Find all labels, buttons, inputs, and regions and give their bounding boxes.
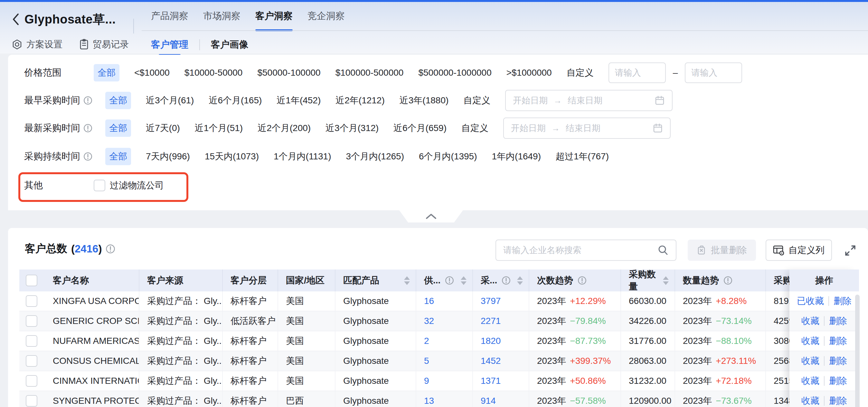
filter-custom-option[interactable]: 自定义 <box>567 67 594 79</box>
suppliers-link[interactable]: 16 <box>424 296 434 306</box>
favorite-button[interactable]: 收藏 <box>801 335 819 347</box>
date-range-picker[interactable]: 开始日期→结束日期 <box>503 118 671 139</box>
purchases-link[interactable]: 1371 <box>481 376 501 386</box>
favorite-button[interactable]: 收藏 <box>801 315 819 327</box>
favorite-button[interactable]: 收藏 <box>801 375 819 387</box>
min-price-input[interactable]: 请输入 <box>609 62 666 83</box>
filter-option[interactable]: 近7天(0) <box>146 122 180 134</box>
filter-option[interactable]: 近6个月(165) <box>209 94 262 106</box>
column-header-suppliers[interactable]: 供... <box>416 270 473 291</box>
suppliers-link[interactable]: 9 <box>424 376 429 386</box>
filter-option[interactable]: 全部 <box>94 64 119 82</box>
favorite-button[interactable]: 收藏 <box>801 355 819 367</box>
sort-carets-icon[interactable] <box>663 276 669 285</box>
row-checkbox[interactable] <box>26 375 37 387</box>
filter-option[interactable]: $50000-100000 <box>257 68 320 78</box>
delete-button[interactable]: 删除 <box>829 395 847 407</box>
fullscreen-icon[interactable] <box>843 244 857 258</box>
cell-value: 采购过产品： Gly... <box>147 315 223 327</box>
table-title-text: 客户总数 <box>25 242 67 256</box>
cell-purchases: 2271 <box>473 311 529 331</box>
breadcrumb[interactable]: Glyphosate草... <box>11 10 116 28</box>
filter-custom-option[interactable]: 自定义 <box>461 122 488 134</box>
checkbox-icon[interactable] <box>94 180 105 191</box>
row-checkbox[interactable] <box>26 295 37 307</box>
filter-option[interactable]: 1个月内(1131) <box>274 150 331 163</box>
main-tab-2[interactable]: 市场洞察 <box>203 2 241 30</box>
customer-name: CONSUS CHEMICAL <box>53 356 140 366</box>
collapse-filters-tab[interactable] <box>399 210 463 222</box>
filter-option[interactable]: 近3年(1880) <box>400 94 449 106</box>
filter-option[interactable]: 全部 <box>105 148 131 165</box>
delete-button[interactable]: 删除 <box>829 335 847 347</box>
filter-option[interactable]: $100000-500000 <box>336 68 404 78</box>
back-chevron-icon[interactable] <box>11 12 20 26</box>
row-checkbox[interactable] <box>26 335 37 347</box>
sort-carets-icon[interactable] <box>517 276 523 285</box>
filter-option[interactable]: 近1年(452) <box>277 94 321 106</box>
main-tab-1[interactable]: 产品洞察 <box>151 2 188 30</box>
cell-value: Glyphosate <box>343 356 389 366</box>
row-checkbox[interactable] <box>26 395 37 407</box>
filter-label: 价格范围 <box>24 66 81 79</box>
sort-carets-icon[interactable] <box>461 276 467 285</box>
filter-option[interactable]: 近2年(1212) <box>336 94 385 106</box>
purchases-link[interactable]: 914 <box>481 396 496 406</box>
filter-option[interactable]: 近2个月(200) <box>257 122 311 134</box>
filter-option[interactable]: 近3个月(312) <box>326 122 379 134</box>
select-all-checkbox[interactable] <box>26 275 37 286</box>
filter-logistics-checkbox[interactable]: 过滤物流公司 <box>94 179 164 192</box>
batch-delete-button[interactable]: 批量删除 <box>688 240 756 261</box>
filter-option[interactable]: 全部 <box>105 120 131 137</box>
row-checkbox[interactable] <box>26 355 37 367</box>
filter-option[interactable]: $500000-1000000 <box>418 68 491 78</box>
filter-option[interactable]: <$10000 <box>134 68 170 78</box>
sub-tab-2[interactable]: 客户画像 <box>211 35 248 54</box>
suppliers-link[interactable]: 13 <box>424 396 434 406</box>
quick-link-2[interactable]: 贸易记录 <box>79 38 129 51</box>
filter-option[interactable]: 近1个月(51) <box>195 122 243 134</box>
purchases-link[interactable]: 1820 <box>481 336 501 346</box>
favorite-button[interactable]: 已收藏 <box>797 295 824 307</box>
search-icon[interactable] <box>657 244 669 256</box>
calendar-icon <box>653 123 663 133</box>
company-search-input[interactable]: 请输入企业名称搜索 <box>495 240 676 261</box>
delete-button[interactable]: 删除 <box>834 295 851 307</box>
delete-button[interactable]: 删除 <box>829 355 847 367</box>
suppliers-link[interactable]: 32 <box>424 316 434 326</box>
filter-option[interactable]: 7天内(996) <box>146 150 190 163</box>
filter-option[interactable]: 3个月内(1265) <box>346 150 404 163</box>
max-price-input[interactable]: 请输入 <box>685 62 742 83</box>
filter-custom-option[interactable]: 自定义 <box>463 94 490 106</box>
vertical-scrollbar[interactable] <box>855 294 860 407</box>
delete-button[interactable]: 删除 <box>829 375 847 387</box>
filter-option[interactable]: 超过1年(767) <box>556 150 609 163</box>
suppliers-link[interactable]: 2 <box>424 336 429 346</box>
purchases-link[interactable]: 1452 <box>481 356 501 366</box>
column-header-product[interactable]: 匹配产品 <box>336 270 416 291</box>
favorite-button[interactable]: 收藏 <box>801 395 819 407</box>
quick-link-1[interactable]: 方案设置 <box>11 38 62 51</box>
main-tab-3[interactable]: 客户洞察 <box>255 2 293 30</box>
filter-option[interactable]: 15天内(1073) <box>205 150 259 163</box>
customize-columns-button[interactable]: 自定义列 <box>766 240 832 261</box>
suppliers-link[interactable]: 5 <box>424 356 429 366</box>
filter-option[interactable]: 1年内(1649) <box>492 150 541 163</box>
filter-option[interactable]: 近6个月(659) <box>394 122 446 134</box>
main-tab-4[interactable]: 竞企洞察 <box>307 2 345 30</box>
column-header-purchases[interactable]: 采... <box>473 270 529 291</box>
filter-option[interactable]: 全部 <box>105 92 131 109</box>
trend-percent: −73.14% <box>716 316 751 326</box>
filter-option[interactable]: >$1000000 <box>506 68 552 78</box>
column-header-qty[interactable]: 采购数量 <box>621 270 675 291</box>
purchases-link[interactable]: 3797 <box>481 296 501 306</box>
filter-option[interactable]: $10000-50000 <box>184 68 243 78</box>
delete-button[interactable]: 删除 <box>829 315 847 327</box>
sort-carets-icon[interactable] <box>404 276 410 285</box>
date-range-picker[interactable]: 开始日期→结束日期 <box>505 90 673 111</box>
row-checkbox[interactable] <box>26 315 37 327</box>
filter-option[interactable]: 6个月内(1395) <box>419 150 477 163</box>
sub-tab-1[interactable]: 客户管理 <box>151 35 188 54</box>
filter-option[interactable]: 近3个月(61) <box>146 94 194 106</box>
purchases-link[interactable]: 2271 <box>481 316 501 326</box>
